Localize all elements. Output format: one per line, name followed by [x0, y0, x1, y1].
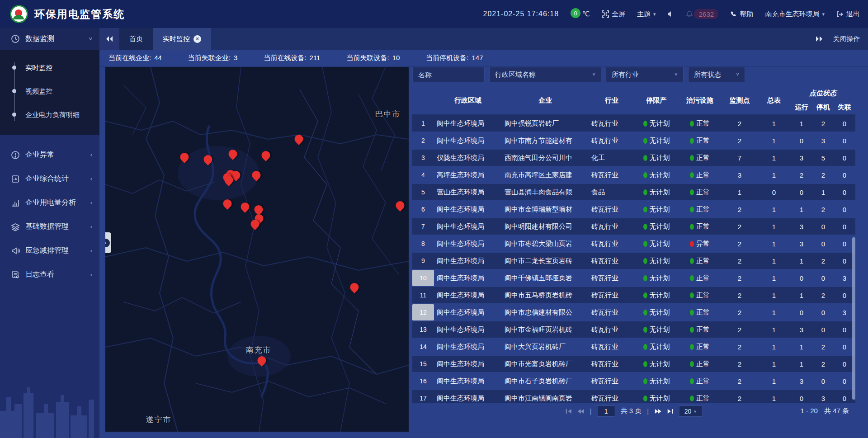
page-number-input[interactable]	[597, 405, 615, 417]
sidebar-item-log-view[interactable]: 日志查看 ‹	[0, 263, 99, 287]
cell-meter: 1	[758, 270, 790, 286]
table-row[interactable]: 2 阆中生态环境局 阆中市南方节能建材有 砖瓦行业 无计划 正常 2 1 0 3…	[412, 132, 855, 149]
sidebar-item-emergency-reduction[interactable]: 应急减排管理 ‹	[0, 239, 99, 263]
cell-industry: 砖瓦行业	[589, 390, 635, 402]
cell-region: 阆中生态环境局	[434, 373, 502, 389]
tab-close-icon[interactable]: ✕	[193, 35, 201, 43]
table-row[interactable]: 17 阆中生态环境局 阆中市江南镇阆南页岩 砖瓦行业 无计划 正常 2 1 0 …	[412, 390, 855, 402]
table-row[interactable]: 12 阆中生态环境局 阆中市忠信建材有限公 砖瓦行业 无计划 正常 2 1 0 …	[412, 304, 855, 320]
table-row[interactable]: 3 仪陇生态环境局 西南油气田分公司川中 化工 无计划 正常 7 1 3 5 0	[412, 150, 855, 166]
cell-meter: 0	[758, 184, 790, 200]
cell-suspension: 无计划	[635, 201, 678, 217]
cell-lost: 0	[834, 115, 855, 132]
cell-suspension: 无计划	[635, 304, 678, 320]
industry-filter-select[interactable]: 所有行业 ˅	[606, 67, 684, 82]
brand: 环保用电监管系统	[10, 5, 125, 23]
cell-industry: 砖瓦行业	[589, 321, 635, 338]
cell-suspension: 无计划	[635, 339, 678, 355]
row-number: 17	[412, 390, 434, 402]
table-row[interactable]: 10 阆中生态环境局 阆中千佛镇五郎垭页岩 砖瓦行业 无计划 正常 2 1 0 …	[412, 270, 855, 286]
tab-home[interactable]: 首页	[119, 28, 153, 50]
chevron-left-icon: ‹	[90, 271, 92, 278]
stat-value: 211	[310, 54, 321, 62]
cell-run: 0	[790, 390, 813, 402]
table-row[interactable]: 13 阆中生态环境局 阆中市金福旺页岩机砖 砖瓦行业 无计划 正常 2 1 3 …	[412, 321, 855, 338]
cell-suspension: 无计划	[635, 235, 678, 252]
table-row[interactable]: 16 阆中生态环境局 阆中市石子页岩机砖厂 砖瓦行业 无计划 正常 2 1 3 …	[412, 373, 855, 389]
table-row[interactable]: 7 阆中生态环境局 阆中明阳建材有限公司 砖瓦行业 无计划 正常 2 1 3 0…	[412, 218, 855, 235]
cell-run: 3	[790, 373, 813, 389]
tabs-scroll-left-button[interactable]	[99, 28, 119, 50]
table-scrollbar[interactable]	[852, 237, 855, 400]
table-row[interactable]: 8 阆中生态环境局 阆中市枣碧大梁山页岩 砖瓦行业 无计划 异常 2 1 3 0…	[412, 235, 855, 252]
chevron-left-icon: ‹	[90, 175, 92, 182]
help-button[interactable]: 帮助	[730, 10, 753, 19]
sidebar-item-enterprise-abnormal[interactable]: 企业异常 ‹	[0, 143, 99, 167]
chevron-down-icon: ▾	[822, 11, 825, 17]
gauge-icon	[11, 34, 20, 43]
cell-lost: 0	[834, 201, 855, 217]
record-total: 共 47 条	[824, 407, 849, 415]
sidebar-item-enterprise-statistics[interactable]: 企业综合统计 ‹	[0, 167, 99, 191]
sidebar-item-power-analysis[interactable]: 企业用电量分析 ‹	[0, 191, 99, 215]
stat-value: 3	[234, 54, 237, 62]
col-industry: 行业	[589, 86, 635, 114]
cell-monitor: 7	[722, 150, 758, 166]
cell-run: 2	[790, 167, 813, 183]
table-row[interactable]: 14 阆中生态环境局 阆中大兴页岩机砖厂 砖瓦行业 无计划 正常 2 1 1 2…	[412, 339, 855, 355]
cell-suspension: 无计划	[635, 287, 678, 303]
table-row[interactable]: 4 高坪生态环境局 南充市高坪区王家店建 砖瓦行业 无计划 正常 3 1 2 2…	[412, 167, 855, 183]
cell-run: 3	[790, 150, 813, 166]
cell-stop: 2	[813, 339, 834, 355]
page-size-select[interactable]: 20 ˅	[679, 405, 702, 417]
sidebar-item-data-monitoring[interactable]: 数据监测 ˅	[0, 28, 99, 50]
cell-stop: 0	[813, 235, 834, 252]
sidebar-item-realtime-monitoring[interactable]: 实时监控	[0, 56, 99, 80]
temperature-unit: ℃	[582, 10, 590, 18]
name-filter-input[interactable]	[418, 71, 479, 79]
sidebar: 数据监测 ˅ 实时监控 视频监控 企业电力负荷明细 企业异常 ‹ 企业综合统计 …	[0, 28, 99, 438]
table-row[interactable]: 9 阆中生态环境局 阆中市二龙长宝页岩砖 砖瓦行业 无计划 正常 2 1 1 2…	[412, 253, 855, 269]
fullscreen-button[interactable]: 全屏	[602, 10, 625, 19]
row-number: 13	[412, 321, 434, 338]
enterprise-panel: 行政区域名称 ˅ 所有行业 ˅ 所有状态 ˅ 行政区域 企业 行业 停限产 治污…	[412, 67, 855, 419]
notifications[interactable]: 2632	[686, 9, 718, 19]
row-number: 14	[412, 339, 434, 355]
status-filter-select[interactable]: 所有状态 ˅	[688, 67, 745, 82]
cell-run: 1	[790, 287, 813, 303]
table-row[interactable]: 5 营山生态环境局 营山县润丰肉食品有限 食品 无计划 正常 1 0 0 1 0	[412, 184, 855, 200]
map-collapse-button[interactable]: ‹	[105, 232, 111, 253]
chevron-down-icon: ▾	[653, 11, 656, 17]
first-page-button[interactable]	[566, 409, 572, 414]
theme-dropdown[interactable]: 主题 ▾	[637, 10, 656, 19]
suspension-status-dot	[643, 275, 647, 281]
bar-chart-icon	[11, 198, 20, 207]
region-filter-select[interactable]: 行政区域名称 ˅	[489, 67, 601, 82]
facility-status-dot	[690, 241, 694, 247]
tab-realtime-monitoring[interactable]: 实时监控 ✕	[153, 28, 211, 50]
double-chevron-right-icon[interactable]	[816, 36, 823, 42]
cell-region: 营山生态环境局	[434, 184, 502, 200]
sidebar-item-power-load-detail[interactable]: 企业电力负荷明细	[0, 103, 99, 127]
layers-icon	[11, 222, 20, 231]
sidebar-item-base-data[interactable]: 基础数据管理 ‹	[0, 215, 99, 239]
skyline-decoration	[0, 370, 99, 438]
row-number: 16	[412, 373, 434, 389]
cell-stop: 2	[813, 287, 834, 303]
table-row[interactable]: 1 阆中生态环境局 阆中强锐页岩砖厂 砖瓦行业 无计划 正常 2 1 1 2 0	[412, 115, 855, 132]
next-page-button[interactable]	[654, 409, 661, 414]
logout-button[interactable]: 退出	[836, 10, 860, 19]
cell-industry: 砖瓦行业	[589, 167, 635, 183]
table-row[interactable]: 15 阆中生态环境局 阆中市光富页岩机砖厂 砖瓦行业 无计划 正常 2 1 1 …	[412, 356, 855, 372]
chevron-left-icon: ‹	[90, 247, 92, 254]
table-row[interactable]: 6 阆中生态环境局 阆中市金博瑞新型墙材 砖瓦行业 无计划 正常 2 1 1 2…	[412, 201, 855, 217]
org-user-dropdown[interactable]: 南充市生态环境局 ▾	[765, 10, 825, 19]
sidebar-item-video-monitoring[interactable]: 视频监控	[0, 80, 99, 103]
table-row[interactable]: 11 阆中生态环境局 阆中市五马桥页岩机砖 砖瓦行业 无计划 正常 2 1 1 …	[412, 287, 855, 303]
mute-button[interactable]	[667, 11, 674, 17]
close-operations-button[interactable]: 关闭操作	[833, 35, 860, 43]
last-page-button[interactable]	[667, 409, 673, 414]
facility-status-dot	[690, 327, 694, 333]
map-panel[interactable]: ‹ 巴中市南充市遂宁市	[105, 67, 409, 432]
prev-page-button[interactable]	[577, 409, 585, 414]
